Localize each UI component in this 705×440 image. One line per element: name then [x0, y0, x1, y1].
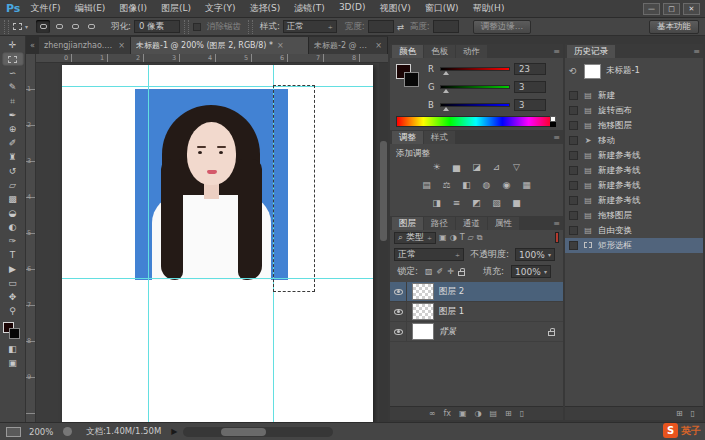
quick-selection-tool[interactable]: ✎ — [2, 80, 24, 94]
filter-shape-layers-icon[interactable]: ▱ — [468, 233, 474, 242]
slider-thumb[interactable] — [443, 71, 449, 75]
background-color-swatch[interactable] — [9, 328, 20, 339]
menu-window[interactable]: 窗口(W) — [425, 2, 459, 15]
history-source-checkbox[interactable] — [569, 136, 578, 145]
lasso-tool[interactable]: ∽ — [2, 66, 24, 80]
rectangular-marquee-tool[interactable] — [2, 52, 24, 66]
tab-history[interactable]: 历史记录 — [567, 45, 615, 58]
height-input[interactable] — [433, 20, 459, 33]
lock-position-icon[interactable]: ✛ — [447, 267, 454, 276]
posterize-icon[interactable]: ≡ — [450, 198, 463, 208]
layer-thumbnail[interactable] — [412, 303, 434, 320]
history-source-checkbox[interactable] — [569, 151, 578, 160]
link-layers-icon[interactable]: ∞ — [429, 409, 436, 418]
workspace-button[interactable]: 基本功能 — [649, 20, 699, 34]
layer-group-icon[interactable]: ▤ — [490, 409, 498, 418]
guide-vertical-left[interactable] — [148, 65, 149, 422]
menu-edit[interactable]: 编辑(E) — [75, 2, 106, 15]
blur-tool[interactable]: ◒ — [2, 206, 24, 220]
new-layer-icon[interactable]: ⊞ — [505, 409, 512, 418]
layer-name[interactable]: 图层 1 — [439, 306, 464, 318]
history-step-selected[interactable]: 矩形选框 — [565, 238, 703, 253]
tab-close-icon[interactable]: × — [277, 41, 284, 50]
screen-mode-icon[interactable] — [6, 427, 21, 437]
panel-menu-icon[interactable]: ≡ — [553, 219, 560, 228]
blue-slider[interactable] — [440, 103, 510, 107]
gradient-map-icon[interactable]: ■ — [510, 198, 523, 208]
threshold-icon[interactable]: ◩ — [470, 198, 483, 208]
zoom-level[interactable]: 200% — [29, 427, 63, 437]
delete-layer-icon[interactable]: ▯ — [520, 409, 524, 418]
tab-zhengjianzhao[interactable]: zhengjianzhao.jpg … × — [39, 37, 131, 54]
pen-tool[interactable]: ✑ — [2, 234, 24, 248]
filter-smart-object-icon[interactable]: ⧉ — [477, 233, 483, 243]
rectangle-shape-tool[interactable]: ▭ — [2, 276, 24, 290]
filter-pixel-layers-icon[interactable]: ▣ — [439, 233, 447, 242]
panel-menu-icon[interactable]: ≡ — [553, 47, 560, 56]
gradient-tool[interactable]: ▩ — [2, 192, 24, 206]
tab-color[interactable]: 颜色 — [392, 45, 423, 58]
layer-name[interactable]: 图层 2 — [439, 286, 464, 298]
mode-add-selection[interactable] — [52, 20, 66, 33]
history-step[interactable]: ▤ 新建参考线 — [565, 178, 703, 193]
spot-healing-tool[interactable]: ⊕ — [2, 122, 24, 136]
mode-subtract-selection[interactable] — [68, 20, 82, 33]
visibility-toggle[interactable] — [390, 322, 407, 342]
history-source-checkbox[interactable] — [569, 211, 578, 220]
layer-filter-dropdown[interactable]: ⌕ 类型 ÷ — [394, 232, 436, 244]
red-slider[interactable] — [440, 67, 510, 71]
guide-horizontal-top[interactable] — [62, 86, 373, 87]
selective-color-icon[interactable]: ▧ — [490, 198, 503, 208]
invert-icon[interactable]: ◨ — [430, 198, 443, 208]
marquee-selection[interactable] — [273, 85, 315, 292]
blue-value-input[interactable]: 3 — [514, 99, 546, 111]
history-snapshot-row[interactable]: ⟲ 未标题-1 — [565, 60, 703, 82]
tab-untitled-1[interactable]: 未标题-1 @ 200% (图层 2, RGB/8) * × — [131, 37, 309, 54]
tab-properties[interactable]: 属性 — [488, 217, 519, 230]
brightness-contrast-icon[interactable]: ☀ — [430, 162, 443, 172]
layer-thumbnail[interactable] — [412, 323, 434, 340]
menu-3d[interactable]: 3D(D) — [339, 2, 366, 15]
tab-adjustments[interactable]: 调整 — [392, 131, 423, 144]
history-source-checkbox[interactable] — [569, 181, 578, 190]
layer-thumbnail[interactable] — [412, 283, 434, 300]
move-tool[interactable]: ✛ — [2, 38, 24, 52]
layer-row-2[interactable]: 图层 2 — [390, 282, 563, 302]
color-balance-icon[interactable]: ⚖ — [440, 180, 453, 190]
background-color-swatch[interactable] — [404, 72, 419, 87]
refine-edge-button[interactable]: 调整边缘… — [473, 20, 532, 34]
history-step[interactable]: ➤ 移动 — [565, 133, 703, 148]
menu-view[interactable]: 视图(V) — [380, 2, 411, 15]
tab-close-icon[interactable]: × — [118, 41, 125, 50]
minimize-button[interactable]: — — [643, 3, 660, 15]
document-canvas[interactable] — [62, 65, 373, 422]
color-spectrum-ramp[interactable] — [396, 116, 556, 127]
history-source-checkbox[interactable] — [569, 121, 578, 130]
menu-filter[interactable]: 滤镜(T) — [294, 2, 325, 15]
history-step[interactable]: ▤ 新建参考线 — [565, 148, 703, 163]
swap-dimensions-icon[interactable]: ⇄ — [397, 22, 404, 32]
hue-saturation-icon[interactable]: ▤ — [420, 180, 433, 190]
history-step[interactable]: ▤ 新建 — [565, 88, 703, 103]
tool-preset-picker[interactable]: ▾ — [13, 23, 28, 30]
opacity-input[interactable]: 100% ▾ — [515, 248, 555, 261]
mode-intersect-selection[interactable] — [84, 20, 98, 33]
history-source-checkbox[interactable] — [569, 106, 578, 115]
clone-stamp-tool[interactable]: ♜ — [2, 150, 24, 164]
exposure-icon[interactable]: ⊿ — [490, 162, 503, 172]
menu-type[interactable]: 文字(Y) — [205, 2, 236, 15]
screen-mode-button[interactable]: ▣ — [2, 356, 24, 370]
collapse-icon[interactable]: « — [26, 36, 39, 54]
channel-mixer-icon[interactable]: ◉ — [500, 180, 513, 190]
dodge-tool[interactable]: ◐ — [2, 220, 24, 234]
history-source-checkbox[interactable] — [569, 166, 578, 175]
path-selection-tool[interactable]: ▶ — [2, 262, 24, 276]
filter-toggle[interactable] — [555, 232, 559, 243]
menu-file[interactable]: 文件(F) — [30, 2, 60, 15]
black-white-icon[interactable]: ◧ — [460, 180, 473, 190]
crop-tool[interactable]: ⌗ — [2, 94, 24, 108]
visibility-toggle[interactable] — [390, 302, 407, 322]
history-brush-tool[interactable]: ↺ — [2, 164, 24, 178]
curves-icon[interactable]: ◪ — [470, 162, 483, 172]
slider-thumb[interactable] — [443, 107, 449, 111]
